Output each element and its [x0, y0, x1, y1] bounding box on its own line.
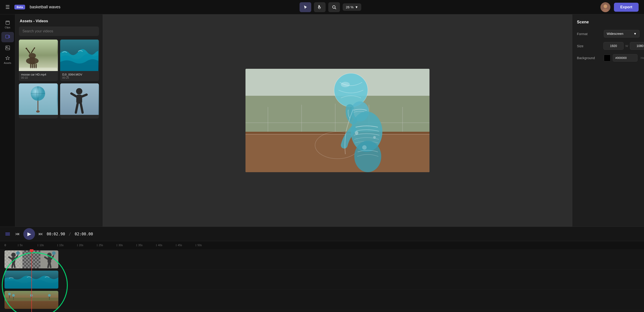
zoom-label: 26 %: [346, 5, 354, 9]
format-label: Format: [577, 32, 602, 36]
svg-rect-11: [6, 46, 10, 50]
asset-duration-moose: 00:10: [21, 76, 56, 79]
ruler-mark-0: 0: [4, 244, 18, 247]
svg-point-62: [362, 145, 367, 150]
ruler-mark-35s: 35s: [138, 244, 156, 247]
search-input[interactable]: [19, 27, 99, 36]
svg-point-35: [76, 88, 82, 94]
svg-point-92: [8, 293, 11, 295]
canvas-preview[interactable]: [246, 69, 430, 172]
ruler-mark-15s: 15s: [59, 244, 77, 247]
svg-point-60: [355, 131, 358, 135]
svg-point-33: [36, 110, 40, 113]
timeline: ⏮ ▶ ⏭ 00:02.90 / 02:00.00 0 5s 10s 15s 2…: [0, 227, 644, 312]
skip-forward-button[interactable]: ⏭: [38, 231, 43, 236]
timeline-tracks: [0, 249, 644, 312]
svg-point-69: [11, 253, 16, 257]
tracks-icon: [6, 233, 10, 235]
sidebar-icons: Clips Assets: [0, 14, 15, 227]
svg-point-16: [29, 53, 36, 58]
track-row-3: [0, 290, 644, 310]
asset-item-person[interactable]: [60, 83, 99, 118]
skip-back-button[interactable]: ⏮: [15, 231, 20, 236]
beta-badge: Beta: [14, 5, 25, 10]
height-input[interactable]: [630, 42, 644, 50]
sidebar-item-videos[interactable]: [1, 32, 14, 42]
track-row-2: [0, 269, 644, 290]
assets-panel: Assets - Videos: [15, 14, 103, 227]
ruler-mark-5s: 5s: [20, 244, 38, 247]
svg-line-75: [12, 263, 13, 267]
format-value: Widescreen: [607, 32, 623, 36]
format-select[interactable]: Widescreen ▼: [604, 30, 640, 38]
size-row: Size W H: [577, 42, 640, 50]
background-label: Background: [577, 56, 602, 60]
assets-header: Assets - Videos: [15, 14, 102, 27]
asset-name-moose: moose car HD.mp4: [21, 73, 56, 76]
svg-point-73: [16, 251, 20, 255]
asset-info-person: [60, 115, 99, 118]
topbar: ☰ Beta basketball waves 26 % ▼: [0, 0, 644, 14]
svg-line-86: [50, 263, 51, 267]
svg-rect-43: [246, 132, 430, 172]
svg-rect-45: [246, 134, 430, 134]
select-tool-button[interactable]: [300, 2, 311, 12]
right-panel: Scene Format Widescreen ▼ Size W H Backg…: [572, 14, 644, 227]
scene-title: Scene: [577, 20, 640, 25]
svg-point-79: [47, 253, 52, 257]
asset-name-waves: DJI_0064.MOV: [62, 73, 97, 76]
svg-point-59: [354, 141, 381, 172]
ruler-mark-25s: 25s: [99, 244, 117, 247]
hand-tool-button[interactable]: [314, 2, 326, 12]
svg-point-90: [12, 294, 15, 297]
ruler-mark-20s: 20s: [79, 244, 97, 247]
sidebar-item-clips[interactable]: Clips: [1, 18, 14, 31]
play-button[interactable]: ▶: [23, 228, 35, 240]
zoom-chevron-icon: ▼: [355, 5, 358, 9]
asset-info-waves: DJI_0064.MOV 00:25: [60, 71, 99, 81]
width-input[interactable]: [604, 42, 624, 50]
clips-label: Clips: [5, 26, 10, 29]
toolbar-center: 26 % ▼: [65, 2, 596, 12]
search-tool-button[interactable]: [328, 2, 340, 12]
playhead-line: [32, 249, 32, 312]
asset-info-moose: moose car HD.mp4 00:10: [19, 71, 58, 81]
format-chevron-icon: ▼: [634, 32, 636, 36]
topbar-right: Export: [600, 2, 638, 12]
asset-item-waves[interactable]: DJI_0064.MOV 00:25: [60, 40, 99, 81]
zoom-control[interactable]: 26 % ▼: [343, 3, 361, 11]
menu-icon[interactable]: ☰: [6, 4, 10, 10]
export-button[interactable]: Export: [614, 3, 638, 12]
asset-item-moose[interactable]: moose car HD.mp4 00:10: [19, 40, 58, 81]
project-title[interactable]: basketball waves: [30, 5, 60, 10]
ruler-mark-30s: 30s: [118, 244, 136, 247]
ruler-mark-10s: 10s: [40, 244, 58, 247]
ruler-mark-45s: 45s: [178, 244, 196, 247]
svg-line-76: [14, 263, 15, 267]
avatar[interactable]: [600, 2, 610, 12]
size-label: Size: [577, 44, 602, 48]
current-time: 00:02.90 / 02:00.00: [47, 232, 93, 236]
svg-rect-27: [19, 68, 57, 71]
svg-rect-70: [12, 257, 15, 263]
sidebar-item-assets[interactable]: Assets: [1, 54, 14, 67]
timeline-ruler: 0 5s 10s 15s 20s 25s 30s 35s 40s 45s 50s: [0, 241, 644, 249]
svg-point-3: [604, 5, 607, 8]
svg-rect-44: [246, 132, 430, 134]
ruler-mark-40s: 40s: [158, 244, 176, 247]
svg-rect-80: [48, 257, 51, 263]
background-hex-input[interactable]: [613, 54, 638, 62]
format-row: Format Widescreen ▼: [577, 30, 640, 38]
timeline-controls: ⏮ ▶ ⏭ 00:02.90 / 02:00.00: [0, 227, 644, 241]
ruler-mark-50s: 50s: [198, 244, 216, 247]
svg-point-61: [373, 136, 376, 139]
assets-label: Assets: [4, 62, 11, 64]
background-color-swatch[interactable]: [604, 55, 610, 61]
asset-duration-waves: 00:25: [62, 76, 97, 79]
svg-line-85: [48, 263, 49, 267]
sidebar-item-images[interactable]: [1, 43, 14, 53]
svg-line-1: [335, 8, 336, 9]
svg-rect-10: [6, 35, 9, 38]
svg-point-96: [48, 294, 51, 297]
asset-item-ball[interactable]: [19, 83, 58, 118]
